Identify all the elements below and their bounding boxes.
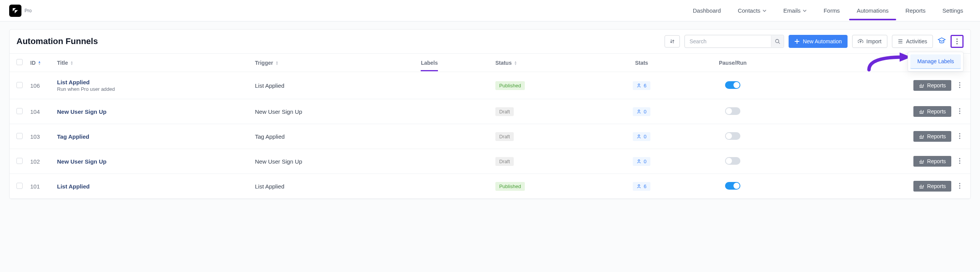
graduation-cap-icon [938,36,946,45]
row-id: 102 [26,149,53,174]
row-checkbox[interactable] [16,108,23,114]
row-subtitle: Run when Pro user added [57,86,247,92]
row-reports-button[interactable]: Reports [913,181,951,192]
row-checkbox[interactable] [16,133,23,139]
manage-labels-item[interactable]: Manage Labels [910,54,961,69]
nav-emails[interactable]: Emails [776,1,814,20]
stats-count: 6 [644,184,646,189]
top-nav: Pro Dashboard Contacts Emails Forms Auto… [0,0,980,21]
chart-icon [919,159,924,164]
search-input[interactable] [684,35,784,48]
stats-count: 0 [644,109,646,115]
row-title-link[interactable]: List Applied [57,183,247,190]
row-trigger: New User Sign Up [251,99,417,124]
row-labels [417,174,492,199]
new-automation-label: New Automation [803,38,842,44]
col-title[interactable]: Title▲▼ [53,54,251,72]
nav-contacts[interactable]: Contacts [730,1,774,20]
row-more-button[interactable] [956,106,964,116]
row-title-link[interactable]: New User Sign Up [57,158,247,165]
search-submit[interactable] [771,36,783,47]
tutorial-icon-button[interactable] [938,36,946,46]
col-id[interactable]: ID▲▼ [26,54,53,72]
more-vertical-icon [959,82,960,88]
nav-automations-label: Automations [857,7,889,14]
list-icon [898,39,903,44]
stats-pill[interactable]: 0 [633,107,650,116]
row-title-link[interactable]: Tag Applied [57,133,247,140]
row-reports-button[interactable]: Reports [913,156,951,167]
svg-point-6 [959,85,960,86]
select-all-checkbox[interactable] [16,59,23,65]
svg-point-1 [956,38,957,39]
col-trigger[interactable]: Trigger▲▼ [251,54,417,72]
more-menu-button[interactable] [951,35,964,48]
more-vertical-icon [956,38,958,44]
import-button[interactable]: Import [852,35,887,48]
sort-icon: ▲▼ [38,61,41,66]
chart-icon [919,109,924,114]
col-status[interactable]: Status▲▼ [492,54,604,72]
row-checkbox[interactable] [16,158,23,164]
svg-point-7 [959,87,960,88]
table-row: 101 List Applied List Applied Published … [10,174,970,199]
nav-settings[interactable]: Settings [935,1,971,20]
app-logo[interactable] [9,5,21,17]
nav-reports-label: Reports [905,7,926,14]
row-id: 101 [26,174,53,199]
toolbar: Automation Funnels New Automation Import [10,29,970,53]
more-vertical-icon [959,183,960,189]
user-icon [637,134,641,139]
chart-icon [919,134,924,139]
row-reports-button[interactable]: Reports [913,131,951,142]
stats-pill[interactable]: 6 [633,182,650,191]
status-badge: Draft [495,107,514,116]
nav-forms-label: Forms [823,7,840,14]
svg-point-22 [959,185,960,187]
row-title-link[interactable]: List Applied [57,79,247,85]
col-pause-run: Pause/Run [679,54,786,72]
svg-point-4 [638,84,640,85]
row-more-button[interactable] [956,181,964,191]
nav-forms[interactable]: Forms [816,1,848,20]
nav-reports[interactable]: Reports [898,1,933,20]
user-icon [637,184,641,188]
nav-contacts-label: Contacts [738,7,760,14]
row-more-button[interactable] [956,131,964,141]
nav-dashboard[interactable]: Dashboard [685,1,728,20]
search-wrap [684,35,784,48]
row-trigger: List Applied [251,72,417,99]
stats-pill[interactable]: 6 [633,81,650,90]
activities-button[interactable]: Activities [892,35,933,48]
pause-run-toggle[interactable] [725,132,740,140]
row-reports-button[interactable]: Reports [913,106,951,117]
row-reports-button[interactable]: Reports [913,80,951,91]
row-title-link[interactable]: New User Sign Up [57,108,247,115]
pause-run-toggle[interactable] [725,107,740,115]
svg-point-17 [959,158,960,159]
new-automation-button[interactable]: New Automation [789,35,848,48]
svg-point-3 [956,43,957,44]
pause-run-toggle[interactable] [725,182,740,190]
pause-run-toggle[interactable] [725,157,740,165]
row-checkbox[interactable] [16,183,23,189]
status-badge: Draft [495,132,514,141]
sort-button[interactable] [665,35,680,48]
row-more-button[interactable] [956,156,964,166]
svg-point-8 [638,110,640,111]
table-row: 103 Tag Applied Tag Applied Draft 0 Repo… [10,124,970,149]
row-reports-label: Reports [927,82,946,88]
row-id: 103 [26,124,53,149]
row-labels [417,72,492,99]
nav-automations[interactable]: Automations [849,1,896,20]
stats-count: 0 [644,159,646,164]
row-reports-label: Reports [927,108,946,115]
pause-run-toggle[interactable] [725,81,740,89]
row-checkbox[interactable] [16,82,23,88]
stats-count: 0 [644,134,646,139]
stats-pill[interactable]: 0 [633,157,650,166]
row-more-button[interactable] [956,80,964,90]
svg-point-9 [959,108,960,110]
row-id: 106 [26,72,53,99]
stats-pill[interactable]: 0 [633,132,650,141]
